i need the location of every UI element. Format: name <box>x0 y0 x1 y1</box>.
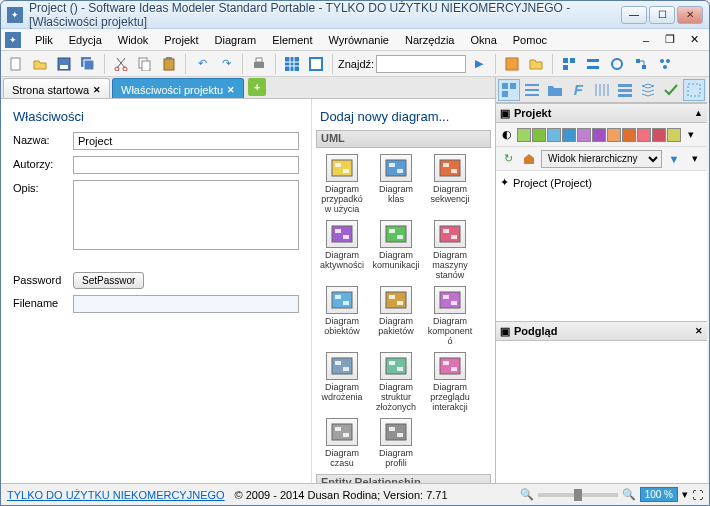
color-swatch[interactable] <box>652 128 666 142</box>
diagram-item[interactable]: Diagram aktywności <box>316 218 368 282</box>
mdi-close-icon[interactable]: ✕ <box>683 29 705 51</box>
mdi-minimize-icon[interactable]: – <box>635 29 657 51</box>
tab-start[interactable]: Strona startowa ✕ <box>3 78 110 98</box>
license-link[interactable]: TYLKO DO UŻYTKU NIEKOMERCYJNEGO <box>7 489 225 501</box>
color-swatch[interactable] <box>517 128 531 142</box>
print-icon[interactable] <box>248 53 270 75</box>
tool1-icon[interactable] <box>558 53 580 75</box>
menu-edit[interactable]: Edycja <box>61 32 110 48</box>
tool3-icon[interactable] <box>606 53 628 75</box>
tool2-icon[interactable] <box>582 53 604 75</box>
color-swatch[interactable] <box>547 128 561 142</box>
separator <box>242 54 243 74</box>
panel-expand-icon[interactable]: ▲ <box>694 108 703 118</box>
menu-project[interactable]: Projekt <box>156 32 206 48</box>
diagram-item[interactable]: Diagram klas <box>370 152 422 216</box>
palette-font-icon[interactable]: F <box>567 79 589 101</box>
close-button[interactable]: ✕ <box>677 6 703 24</box>
find-next-icon[interactable]: ▶ <box>468 53 490 75</box>
open-icon[interactable] <box>29 53 51 75</box>
panel-close-icon[interactable]: ✕ <box>695 326 703 336</box>
diagram-item[interactable]: Diagram pakietów <box>370 284 422 348</box>
project-tree[interactable]: ✦ Project (Project) <box>496 171 707 321</box>
menu-tools[interactable]: Narzędzia <box>397 32 463 48</box>
maximize-button[interactable]: ☐ <box>649 6 675 24</box>
menu-diagram[interactable]: Diagram <box>207 32 265 48</box>
diagram-item[interactable]: Diagram komponentó <box>424 284 476 348</box>
grid-icon[interactable] <box>281 53 303 75</box>
menu-element[interactable]: Element <box>264 32 320 48</box>
color-swatch[interactable] <box>637 128 651 142</box>
palette-tree-icon[interactable] <box>498 79 520 101</box>
cut-icon[interactable] <box>110 53 132 75</box>
diagram-item[interactable]: Diagram czasu <box>316 416 368 470</box>
undo-icon[interactable]: ↶ <box>191 53 213 75</box>
copy-icon[interactable] <box>134 53 156 75</box>
palette-hatch-icon[interactable] <box>590 79 612 101</box>
filename-input[interactable] <box>73 295 299 313</box>
tab-properties[interactable]: Właściwości projektu ✕ <box>112 78 244 98</box>
options-icon[interactable]: ▾ <box>686 150 704 168</box>
new-icon[interactable] <box>5 53 27 75</box>
mdi-restore-icon[interactable]: ❐ <box>659 29 681 51</box>
diagram-item[interactable]: Diagram komunikacji <box>370 218 422 282</box>
diagram-item[interactable]: Diagram obiektów <box>316 284 368 348</box>
set-password-button[interactable]: SetPasswor <box>73 272 144 289</box>
palette-stack-icon[interactable] <box>637 79 659 101</box>
save-icon[interactable] <box>53 53 75 75</box>
fullscreen-icon[interactable]: ⛶ <box>692 489 703 501</box>
color-swatch[interactable] <box>532 128 546 142</box>
diagram-item[interactable]: Diagram wdrożenia <box>316 350 368 414</box>
menu-align[interactable]: Wyrównanie <box>321 32 397 48</box>
zoom-value[interactable]: 100 % <box>640 487 678 502</box>
save-all-icon[interactable] <box>77 53 99 75</box>
add-diagram-icon[interactable] <box>501 53 523 75</box>
menu-view[interactable]: Widok <box>110 32 157 48</box>
find-input[interactable] <box>376 55 466 73</box>
zoom-slider[interactable] <box>538 493 618 497</box>
ruler-icon[interactable] <box>305 53 327 75</box>
redo-icon[interactable]: ↷ <box>215 53 237 75</box>
minimize-button[interactable]: — <box>621 6 647 24</box>
zoom-dropdown-icon[interactable]: ▾ <box>682 488 688 501</box>
view-select[interactable]: Widok hierarchiczny <box>541 150 662 168</box>
color-swatch[interactable] <box>577 128 591 142</box>
name-input[interactable] <box>73 132 299 150</box>
color-swatch[interactable] <box>667 128 681 142</box>
tool4-icon[interactable] <box>630 53 652 75</box>
palette-bounds-icon[interactable] <box>683 79 705 101</box>
diagram-item[interactable]: Diagram profili <box>370 416 422 470</box>
filter-icon[interactable]: ▼ <box>665 150 683 168</box>
zoom-in-icon[interactable]: 🔍 <box>622 488 636 501</box>
add-folder-icon[interactable] <box>525 53 547 75</box>
swatch-more-icon[interactable]: ▾ <box>682 126 700 144</box>
diagram-item[interactable]: Diagram maszyny stanów <box>424 218 476 282</box>
diagram-item[interactable]: Diagram sekwencji <box>424 152 476 216</box>
palette-layers-icon[interactable] <box>614 79 636 101</box>
menu-help[interactable]: Pomoc <box>505 32 555 48</box>
diagram-item[interactable]: Diagram przypadków użycia <box>316 152 368 216</box>
tab-close-icon[interactable]: ✕ <box>93 85 101 95</box>
color-swatch[interactable] <box>622 128 636 142</box>
diagram-item[interactable]: Diagram przeglądu interakcji <box>424 350 476 414</box>
color-swatch[interactable] <box>562 128 576 142</box>
authors-input[interactable] <box>73 156 299 174</box>
menu-windows[interactable]: Okna <box>462 32 504 48</box>
add-tab-button[interactable]: + <box>248 78 266 96</box>
palette-folder-icon[interactable] <box>544 79 566 101</box>
refresh-icon[interactable]: ↻ <box>499 150 517 168</box>
tool5-icon[interactable] <box>654 53 676 75</box>
palette-check-icon[interactable] <box>660 79 682 101</box>
paste-icon[interactable] <box>158 53 180 75</box>
color-swatch[interactable] <box>592 128 606 142</box>
tab-close-icon[interactable]: ✕ <box>227 85 235 95</box>
zoom-out-icon[interactable]: 🔍 <box>520 488 534 501</box>
desc-input[interactable] <box>73 180 299 250</box>
menu-file[interactable]: Plik <box>27 32 61 48</box>
color-swatch[interactable] <box>607 128 621 142</box>
palette-list-icon[interactable] <box>521 79 543 101</box>
tree-root[interactable]: ✦ Project (Project) <box>500 175 703 190</box>
diagram-item[interactable]: Diagram struktur złożonych <box>370 350 422 414</box>
swatch-picker-icon[interactable]: ◐ <box>498 126 516 144</box>
home-icon[interactable] <box>520 150 538 168</box>
